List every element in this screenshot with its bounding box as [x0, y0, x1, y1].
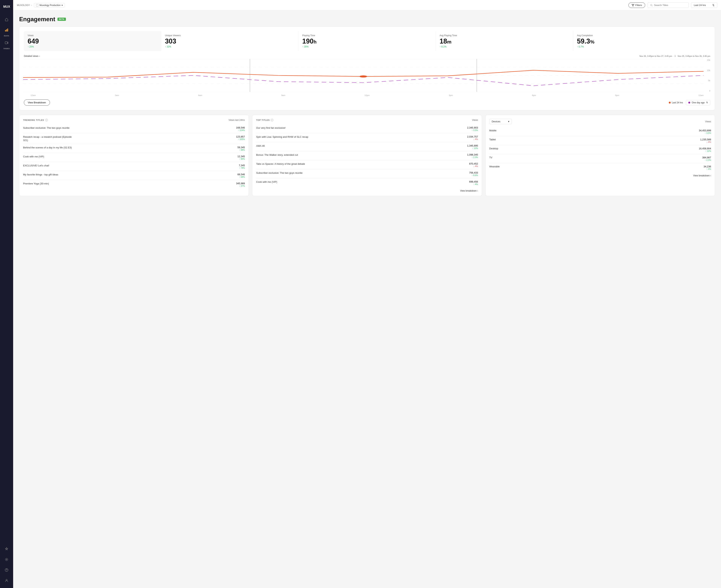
list-item: Premiere Yoga (30-min) 345,989 ↑ 37%: [23, 180, 245, 189]
top-title-text: Cook with me (VIP): [256, 180, 277, 184]
period-selector[interactable]: One day ago ⇅: [686, 100, 710, 105]
sidebar-item-alerts[interactable]: [2, 544, 11, 553]
trending-title-text: EXCLUSIVE! Let's chat!: [23, 164, 49, 167]
trending-panel: TRENDING TITLES i Views last 24hrs Subsc…: [19, 115, 249, 196]
top-titles-view-breakdown[interactable]: View breakdown ›: [256, 189, 478, 192]
sidebar-bottom: [2, 544, 11, 585]
sidebar-group-video: /VIDEO: [2, 38, 11, 49]
sidebar-item-settings[interactable]: [2, 555, 11, 564]
trending-title-text: My favorite things - top gift ideas: [23, 173, 58, 176]
stats-card: Views 649 ↑ 25% Unique Viewers 303 ↑ 32%…: [19, 26, 715, 110]
top-title-text: Subscriber exclusive: The two guys reuni…: [256, 171, 302, 175]
svg-rect-2: [6, 29, 7, 31]
env-selector[interactable]: Muxology Production ▾: [34, 3, 65, 7]
chevron-down-icon: ▾: [62, 4, 63, 6]
trending-info-icon[interactable]: i: [45, 119, 48, 121]
current-range: Nov 26, 3:45pm to Nov 27, 3:45 pm: [640, 55, 672, 57]
top-titles-header: TOP TITLES i Views: [256, 119, 478, 121]
list-item: Our very first fan exclusive! 2,345,903 …: [256, 124, 478, 133]
top-titles-info-icon[interactable]: i: [271, 119, 273, 121]
stat-change: ↑ 35%: [302, 45, 432, 48]
svg-point-7: [6, 571, 7, 571]
search-box[interactable]: [647, 2, 689, 8]
top-titles-title: TOP TITLES i: [256, 119, 273, 121]
list-item: EXCLUSIVE! Let's chat! 7,345 ↑ 78%: [23, 162, 245, 171]
svg-point-8: [6, 580, 7, 581]
list-item: Wearable 34,236 ↑ 4%: [489, 163, 711, 172]
filter-button[interactable]: Filters: [628, 2, 645, 8]
page-title-row: Engagement BETA: [19, 16, 715, 23]
devices-col-label: Views: [705, 120, 711, 123]
panels-row: TRENDING TITLES i Views last 24hrs Subsc…: [19, 115, 715, 196]
view-breakdown-button[interactable]: View Breakdown: [24, 100, 50, 106]
stat-value: 59.3%: [577, 38, 706, 45]
sidebar-item-user[interactable]: [2, 576, 11, 585]
svg-rect-4: [5, 42, 7, 44]
topbar: MUXOLOGY › Muxology Production ▾ Filters…: [13, 0, 721, 10]
chevron-updown-icon: ⇅: [713, 4, 715, 6]
devices-panel: Devices ▾ Views Mobile 34,453,899 ↑ 3.5%…: [485, 115, 715, 196]
stats-row: Views 649 ↑ 25% Unique Viewers 303 ↑ 32%…: [24, 31, 710, 51]
beta-badge: BETA: [57, 18, 66, 21]
stat-item-unique-viewers: Unique Viewers 303 ↑ 32%: [161, 31, 298, 51]
top-titles-panel: TOP TITLES i Views Our very first fan ex…: [252, 115, 482, 196]
stat-value: 18m: [440, 38, 569, 45]
search-icon: [650, 4, 653, 6]
stat-label: Unique Viewers: [165, 34, 295, 37]
time-selector[interactable]: Last 24 hrs ⇅: [691, 2, 717, 8]
breadcrumb-separator: ›: [31, 4, 32, 6]
trending-items-list: Subscriber exclusive: The two guys reuni…: [23, 124, 245, 189]
main-area: MUXOLOGY › Muxology Production ▾ Filters…: [13, 0, 721, 588]
previous-range: Nov 25, 3:45pm to Nov 26, 3:45 pm: [678, 55, 710, 57]
sidebar-nav: /DATA /VIDEO: [2, 15, 11, 544]
detailed-views-link[interactable]: Detailed views ›: [24, 55, 40, 58]
top-items-list: Our very first fan exclusive! 2,345,903 …: [256, 124, 478, 187]
search-input[interactable]: [654, 4, 686, 6]
list-item: Behind the scenes of a day in my life (S…: [23, 144, 245, 153]
stat-label: Avg Playing Time: [440, 34, 569, 37]
chart-container: 15k 10k 5k 0: [23, 59, 711, 97]
stat-value: 649: [27, 38, 157, 45]
devices-view-breakdown[interactable]: View breakdown ›: [489, 174, 711, 177]
list-item: TV 384,987 ↑ 2.3%: [489, 154, 711, 163]
stat-label: Playing Time: [302, 34, 432, 37]
chart-svg-wrap: [23, 59, 703, 92]
top-titles-col-label: Views: [472, 119, 478, 121]
trending-title: TRENDING TITLES i: [23, 119, 48, 121]
sidebar-item-video[interactable]: [2, 38, 11, 47]
list-item: Desktop 16,458,904 ↑ 12%: [489, 145, 711, 154]
trending-header: TRENDING TITLES i Views last 24hrs: [23, 119, 245, 121]
stat-change: ↑ 32%: [165, 45, 295, 48]
chart-x-labels: 12am 3am 6am 9am 12pm 3pm 6pm 9pm 12am: [31, 94, 703, 97]
env-label: Muxology Production: [39, 4, 60, 6]
device-items-list: Mobile 34,453,899 ↑ 3.5% Tablet 1,235,58…: [489, 127, 711, 172]
devices-selector[interactable]: Devices ▾: [489, 119, 512, 124]
stat-value: 190h: [302, 38, 432, 45]
sidebar-item-data[interactable]: [2, 25, 11, 35]
env-checkbox: [36, 4, 38, 6]
chart-legend: Last 24 hrs One day ago ⇅: [669, 100, 710, 105]
device-name-text: Wearable: [489, 165, 500, 168]
trending-col-label: Views last 24hrs: [228, 119, 245, 121]
date-range-info: Nov 26, 3:45pm to Nov 27, 3:45 pm Nov 25…: [640, 55, 710, 58]
top-title-text: Bonus: The Walker story, extended cut: [256, 153, 298, 157]
sidebar-group-data: /DATA: [2, 25, 11, 37]
svg-rect-1: [5, 30, 6, 31]
sidebar-item-home[interactable]: [2, 15, 11, 24]
chevron-updown-icon: ⇅: [706, 101, 708, 104]
breadcrumb-root: MUXOLOGY: [17, 4, 30, 6]
sidebar-item-help[interactable]: [2, 566, 11, 574]
list-item: Mobile 34,453,899 ↑ 3.5%: [489, 127, 711, 136]
svg-text:MUX: MUX: [3, 5, 10, 8]
logo[interactable]: MUX: [3, 3, 10, 10]
stat-value: 303: [165, 38, 295, 45]
stat-label: Avg Completion: [577, 34, 706, 37]
stat-item-views: Views 649 ↑ 25%: [24, 31, 161, 51]
chart-y-labels: 15k 10k 5k 0: [707, 59, 711, 92]
list-item: Subscriber exclusive: The two guys reuni…: [23, 124, 245, 133]
trending-title-text: Cook with me (VIP): [23, 155, 44, 159]
top-title-text: AMA #8: [256, 144, 265, 148]
list-item: My favorite things - top gift ideas 68,5…: [23, 171, 245, 180]
device-name-text: Tablet: [489, 138, 496, 141]
sidebar-label-data: /DATA: [4, 35, 9, 37]
